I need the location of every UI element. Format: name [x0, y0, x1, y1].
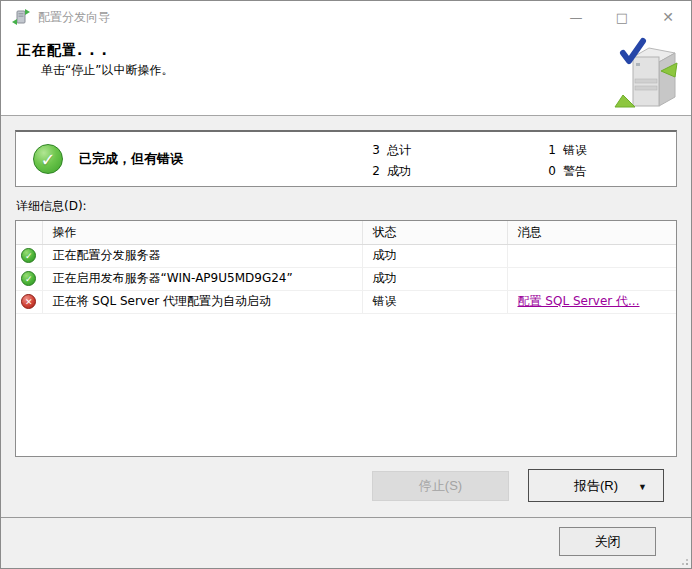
- stat-warning: 0 警告: [544, 161, 587, 182]
- window-controls: — □ ✕: [553, 1, 691, 33]
- row-status-icon-cell: ✓: [16, 267, 42, 290]
- operation-cell: 正在将 SQL Server 代理配置为自动启动: [42, 290, 362, 313]
- success-check-circle-icon: ✓: [33, 144, 63, 174]
- table-row[interactable]: ✕正在将 SQL Server 代理配置为自动启动错误配置 SQL Server…: [16, 290, 676, 313]
- success-icon: ✓: [21, 271, 36, 286]
- error-icon: ✕: [21, 294, 36, 309]
- replication-app-icon: [12, 8, 30, 26]
- window-title: 配置分发向导: [38, 9, 110, 26]
- wizard-button-row: 停止(S) 报告(R) ▼: [15, 469, 677, 502]
- chevron-down-icon: ▼: [638, 482, 647, 492]
- close-icon[interactable]: ✕: [645, 1, 691, 33]
- success-icon: ✓: [21, 248, 36, 263]
- minimize-icon[interactable]: —: [553, 1, 599, 33]
- report-button[interactable]: 报告(R) ▼: [528, 469, 664, 502]
- wizard-window: 配置分发向导 — □ ✕ 正在配置. . . 单击“停止”以中断操作。 ✓ 已完…: [0, 0, 692, 569]
- wizard-body: ✓ 已完成，但有错误 3 总计 2 成功 1 错误 0 警告: [1, 116, 691, 502]
- details-label: 详细信息(D):: [16, 198, 677, 215]
- message-cell: [507, 244, 676, 267]
- table-row[interactable]: ✓正在启用发布服务器“WIN-AP9U5MD9G24”成功: [16, 267, 676, 290]
- stat-success-label: 成功: [387, 161, 411, 182]
- summary-status-text: 已完成，但有错误: [79, 150, 183, 168]
- stat-error-value: 1: [544, 140, 556, 161]
- close-button[interactable]: 关闭: [559, 527, 656, 556]
- status-column-header: 状态: [362, 221, 507, 244]
- summary-panel: ✓ 已完成，但有错误 3 总计 2 成功 1 错误 0 警告: [15, 130, 677, 187]
- stats-column-right: 1 错误 0 警告: [544, 140, 587, 182]
- operation-cell: 正在配置分发服务器: [42, 244, 362, 267]
- details-table[interactable]: 操作 状态 消息 ✓正在配置分发服务器成功✓正在启用发布服务器“WIN-AP9U…: [15, 220, 677, 457]
- stat-warning-value: 0: [544, 161, 556, 182]
- wizard-header: 正在配置. . . 单击“停止”以中断操作。: [1, 33, 691, 116]
- operation-cell: 正在启用发布服务器“WIN-AP9U5MD9G24”: [42, 267, 362, 290]
- bottom-bar: 关闭: [1, 517, 691, 568]
- stats-column-left: 3 总计 2 成功: [368, 140, 411, 182]
- stat-total-label: 总计: [387, 140, 411, 161]
- icon-column-header: [16, 221, 42, 244]
- server-check-illustration: [599, 35, 683, 113]
- row-status-icon-cell: ✓: [16, 244, 42, 267]
- row-status-icon-cell: ✕: [16, 290, 42, 313]
- table-header-row: 操作 状态 消息: [16, 221, 676, 244]
- resize-grip-icon[interactable]: [679, 556, 689, 566]
- message-cell: 配置 SQL Server 代...: [507, 290, 676, 313]
- table-row[interactable]: ✓正在配置分发服务器成功: [16, 244, 676, 267]
- status-cell: 错误: [362, 290, 507, 313]
- message-column-header: 消息: [507, 221, 676, 244]
- maximize-icon[interactable]: □: [599, 1, 645, 33]
- stop-button[interactable]: 停止(S): [372, 471, 509, 501]
- stat-warning-label: 警告: [563, 161, 587, 182]
- title-bar: 配置分发向导 — □ ✕: [1, 1, 691, 33]
- stat-error-label: 错误: [563, 140, 587, 161]
- stat-success-value: 2: [368, 161, 380, 182]
- operation-column-header: 操作: [42, 221, 362, 244]
- status-cell: 成功: [362, 244, 507, 267]
- stat-total: 3 总计: [368, 140, 411, 161]
- report-button-label: 报告(R): [574, 477, 618, 495]
- details-table-body: ✓正在配置分发服务器成功✓正在启用发布服务器“WIN-AP9U5MD9G24”成…: [16, 244, 676, 313]
- page-subtitle: 单击“停止”以中断操作。: [1, 60, 691, 79]
- status-cell: 成功: [362, 267, 507, 290]
- stat-total-value: 3: [368, 140, 380, 161]
- page-title: 正在配置. . .: [1, 33, 691, 60]
- error-message-link[interactable]: 配置 SQL Server 代...: [518, 294, 640, 308]
- stat-error: 1 错误: [544, 140, 587, 161]
- stat-success: 2 成功: [368, 161, 411, 182]
- message-cell: [507, 267, 676, 290]
